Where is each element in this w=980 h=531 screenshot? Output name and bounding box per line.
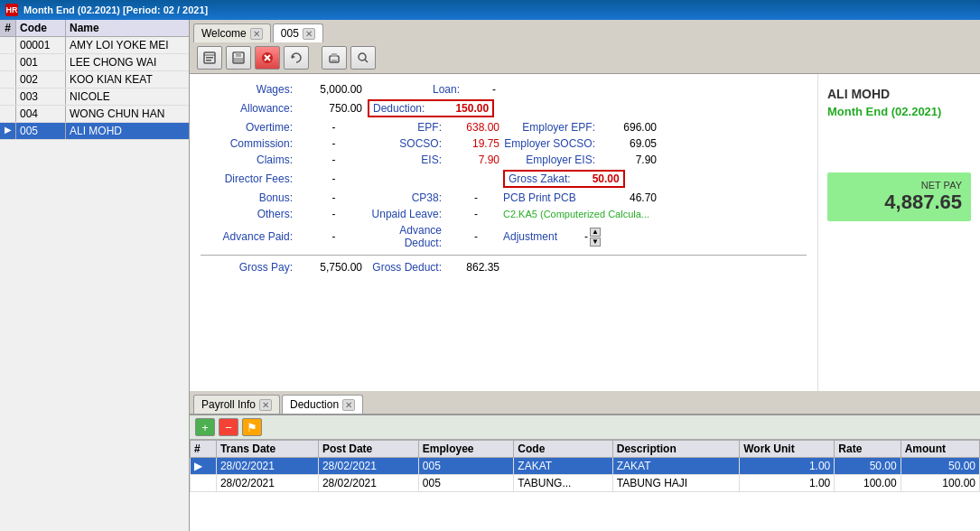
row-rate: 100.00 [835,475,901,492]
row-employee: 005 [418,475,514,492]
bonus-label: Bonus: [201,191,300,204]
deduction-value: 150.00 [455,102,489,115]
others-label: Others: [201,208,300,220]
gross-deduct-value: 862.35 [449,261,503,274]
deduction-table: # Trans Date Post Date Employee Code Des… [190,440,980,492]
net-pay-amount: 4,887.65 [836,191,962,214]
epf-value: 638.00 [449,121,503,134]
svg-rect-13 [331,60,337,61]
employer-epf-value: 696.00 [602,121,657,134]
cancel-icon [260,51,275,65]
employee-name: WONG CHUN HAN [66,106,189,122]
allowance-value: 750.00 [300,102,368,115]
row-code: TABUNG... [514,475,612,492]
employee-row[interactable]: 00001 AMY LOI YOKE MEI [0,37,189,54]
row-work-unit: 1.00 [740,458,835,475]
cancel-button[interactable] [255,46,280,70]
remove-row-button[interactable]: − [219,418,238,436]
allowance-label: Allowance: [201,102,300,115]
bottom-grid-area: + − ⚑ # Trans Date Post Date Employee [190,414,980,531]
row-arrow-indicator [0,106,16,122]
deduction-tab-label: Deduction [290,398,339,411]
svg-point-14 [359,53,366,61]
net-pay-box: NET PAY 4,887.65 [827,172,971,221]
save-icon [231,51,246,65]
gross-zakat-value: 50.00 [593,172,620,185]
employee-row[interactable]: ▶ 005 ALI MOHD [0,123,189,140]
employee-code: 001 [16,54,66,70]
row-arrow-indicator [0,88,16,105]
employee-rows-container: 00001 AMY LOI YOKE MEI 001 LEE CHONG WAI… [0,37,189,140]
gross-zakat-label: Gross Zakat: [509,172,571,185]
data-table-container: # Trans Date Post Date Employee Code Des… [190,440,980,531]
employee-code: 005 [16,123,66,139]
col-description: Description [612,441,739,458]
employee-row[interactable]: 002 KOO KIAN KEAT [0,71,189,88]
employee-period-summary: Month End (02.2021) [827,105,971,118]
row-arrow-indicator: ▶ [0,123,16,139]
advance-paid-label: Advance Paid: [201,230,300,243]
employee-name: AMY LOI YOKE MEI [66,37,189,53]
row-arrow-indicator [0,37,16,53]
tab-payroll-info[interactable]: Payroll Info ✕ [193,395,280,414]
table-row[interactable]: 28/02/2021 28/02/2021 005 TABUNG... TABU… [191,475,980,492]
pcb-value: 46.70 [602,191,657,204]
toolbar [190,42,980,74]
tab-005[interactable]: 005 ✕ [273,23,323,42]
row-rate: 50.00 [835,458,901,475]
employee-row[interactable]: 003 NICOLE [0,88,189,106]
tab-welcome[interactable]: Welcome ✕ [193,23,271,42]
adjustment-up-btn[interactable]: ▲ [590,228,601,237]
employer-eis-value: 7.90 [602,154,657,166]
row-work-unit: 1.00 [740,475,835,492]
director-fees-label: Director Fees: [201,172,300,185]
title-bar: HR Month End (02.2021) [Period: 02 / 202… [0,0,980,20]
deduction-tab-close[interactable]: ✕ [342,399,355,411]
gross-deduct-label: Gross Deduct: [368,261,449,274]
refresh-button[interactable] [284,46,309,70]
adjustment-label: Adjustment [503,230,584,243]
search-icon [356,51,370,65]
claims-value: - [300,154,368,166]
employer-socso-value: 69.05 [602,137,657,150]
row-indicator: ▶ [191,458,217,475]
director-fees-value: - [300,172,368,185]
search-button[interactable] [350,46,376,70]
tab-deduction[interactable]: Deduction ✕ [282,395,363,414]
cp38-label: CP38: [368,191,449,204]
advance-deduct-label: Advance Deduct: [368,224,449,249]
payroll-info-close[interactable]: ✕ [259,399,272,411]
advance-deduct-value: - [449,230,503,243]
svg-marker-10 [292,55,295,59]
col-rate: Rate [835,441,901,458]
row-post-date: 28/02/2021 [318,458,418,475]
edit-button[interactable] [197,46,222,70]
employee-row[interactable]: 004 WONG CHUN HAN [0,106,189,123]
print-icon [327,51,341,65]
commission-value: - [300,137,368,150]
tab-welcome-close[interactable]: ✕ [250,28,263,40]
col-post-date: Post Date [318,441,418,458]
print-button[interactable] [322,46,347,70]
employee-code: 003 [16,88,66,105]
payroll-detail: Wages: 5,000.00 Loan: - Allowance: 750.0… [190,74,817,391]
table-header-row: # Trans Date Post Date Employee Code Des… [191,441,980,458]
employee-name: KOO KIAN KEAT [66,71,189,88]
flag-button[interactable]: ⚑ [242,418,262,436]
bonus-value: - [300,191,368,204]
employee-code: 004 [16,106,66,122]
add-row-button[interactable]: + [195,418,215,436]
tab-005-close[interactable]: ✕ [303,28,315,40]
row-amount: 100.00 [901,475,979,492]
deduction-box: Deduction: 150.00 [368,99,494,117]
row-employee: 005 [418,458,514,475]
eis-value: 7.90 [449,154,503,166]
employer-epf-label: Employer EPF: [503,121,602,134]
svg-rect-5 [236,52,241,57]
adjustment-down-btn[interactable]: ▼ [590,238,601,247]
eis-label: EIS: [368,154,449,166]
employee-row[interactable]: 001 LEE CHONG WAI [0,54,189,71]
col-trans-date: Trans Date [216,441,318,458]
table-row[interactable]: ▶ 28/02/2021 28/02/2021 005 ZAKAT ZAKAT … [191,458,980,475]
save-button[interactable] [226,46,251,70]
